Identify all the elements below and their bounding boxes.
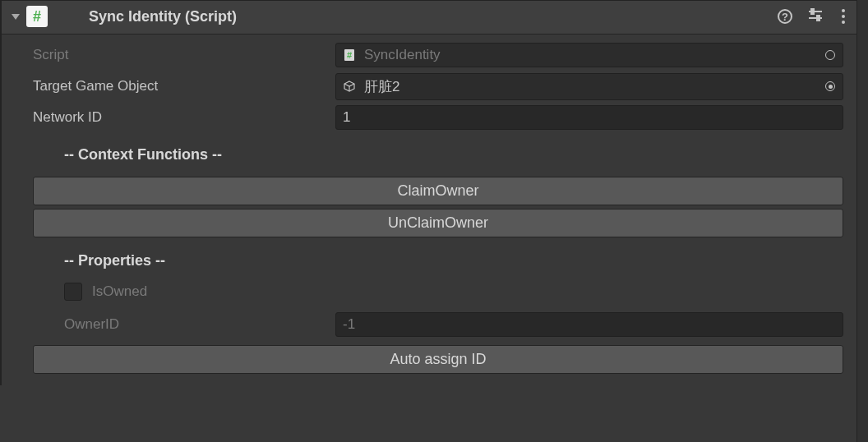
- context-functions-title: -- Context Functions --: [64, 146, 843, 163]
- is-owned-checkbox[interactable]: [64, 283, 82, 301]
- object-picker-icon[interactable]: [824, 81, 836, 92]
- svg-text:#: #: [347, 50, 352, 60]
- network-id-label: Network ID: [33, 109, 335, 126]
- script-value: SyncIdentity: [364, 47, 441, 63]
- owner-id-field: -1: [335, 312, 843, 337]
- network-id-input[interactable]: 1: [335, 105, 843, 130]
- presets-icon[interactable]: [807, 7, 824, 27]
- owner-id-value: -1: [343, 316, 355, 333]
- owner-id-row: OwnerID -1: [33, 312, 843, 337]
- help-icon[interactable]: ?: [778, 9, 792, 24]
- claim-owner-button[interactable]: ClaimOwner: [33, 177, 843, 205]
- script-label: Script: [33, 47, 335, 63]
- target-value: 肝脏2: [364, 77, 399, 96]
- script-field-row: Script # SyncIdentity: [33, 41, 843, 69]
- target-label: Target Game Object: [33, 78, 335, 94]
- auto-assign-id-button[interactable]: Auto assign ID: [33, 345, 843, 374]
- target-object-field[interactable]: 肝脏2: [335, 73, 843, 100]
- is-owned-label: IsOwned: [92, 283, 147, 300]
- component-title: Sync Identity (Script): [89, 8, 778, 25]
- script-object-field[interactable]: # SyncIdentity: [335, 43, 843, 67]
- network-id-value: 1: [343, 109, 350, 126]
- context-menu-icon[interactable]: [838, 7, 848, 25]
- properties-section: -- Properties -- IsOwned OwnerID -1: [33, 252, 843, 337]
- svg-rect-3: [817, 16, 820, 21]
- target-field-row: Target Game Object 肝脏2: [33, 72, 843, 100]
- is-owned-row: IsOwned: [64, 283, 843, 301]
- script-type-icon: #: [26, 6, 48, 27]
- script-asset-icon: #: [343, 48, 356, 62]
- context-functions-section: -- Context Functions -- ClaimOwner UnCla…: [33, 146, 843, 237]
- properties-title: -- Properties --: [64, 252, 843, 269]
- svg-rect-2: [811, 9, 814, 14]
- unclaim-owner-button[interactable]: UnClaimOwner: [33, 209, 843, 237]
- network-id-row: Network ID 1: [33, 104, 843, 131]
- foldout-arrow-icon[interactable]: [12, 14, 20, 20]
- owner-id-label: OwnerID: [64, 316, 335, 333]
- vertical-scrollbar[interactable]: [856, 0, 868, 442]
- component-header[interactable]: # Sync Identity (Script) ?: [2, 0, 856, 35]
- gameobject-icon: [343, 80, 356, 93]
- object-picker-icon[interactable]: [824, 49, 836, 61]
